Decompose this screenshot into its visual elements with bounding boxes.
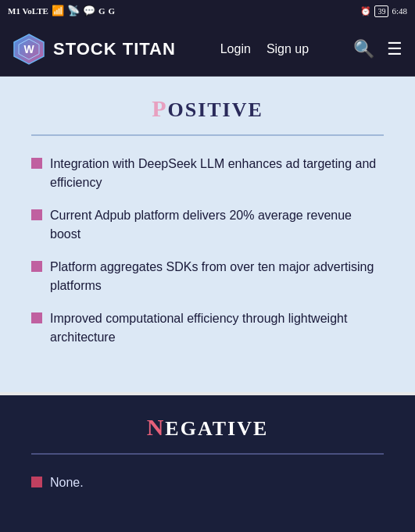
logo-icon: W bbox=[13, 33, 45, 66]
positive-title-first-letter: P bbox=[152, 95, 167, 121]
status-left: M1 VoLTE 📶 📡 💬 G G bbox=[8, 5, 115, 17]
carrier-text: M1 VoLTE bbox=[8, 6, 48, 16]
nav-links: Login Sign up bbox=[216, 39, 313, 59]
whatsapp-icon: 💬 bbox=[83, 5, 95, 17]
nav-icons: 🔍 ☰ bbox=[353, 39, 402, 59]
list-item: Integration with DeepSeek LLM enhances a… bbox=[31, 155, 384, 192]
negative-title-rest: EGATIVE bbox=[165, 417, 268, 440]
login-link[interactable]: Login bbox=[216, 39, 256, 59]
g-icon: G bbox=[98, 6, 106, 16]
svg-text:W: W bbox=[23, 43, 34, 55]
list-item-text: Integration with DeepSeek LLM enhances a… bbox=[50, 155, 384, 192]
positive-section: POSITIVE Integration with DeepSeek LLM e… bbox=[0, 77, 415, 395]
negative-bullet-list: None. bbox=[31, 473, 384, 492]
list-item-text: None. bbox=[50, 473, 84, 492]
status-bar: M1 VoLTE 📶 📡 💬 G G ⏰ 39 6:48 bbox=[0, 0, 415, 22]
alarm-icon: ⏰ bbox=[360, 6, 371, 16]
bullet-icon bbox=[31, 158, 42, 169]
logo-text: STOCK TITAN bbox=[53, 39, 176, 59]
negative-section: NEGATIVE None. bbox=[0, 395, 415, 532]
bullet-icon bbox=[31, 477, 42, 487]
g2-icon: G bbox=[108, 6, 115, 16]
navbar: W STOCK TITAN Login Sign up 🔍 ☰ bbox=[0, 22, 415, 77]
positive-bullet-list: Integration with DeepSeek LLM enhances a… bbox=[31, 155, 384, 347]
list-item-text: Current Adpub platform delivers 20% aver… bbox=[50, 206, 384, 244]
bullet-icon bbox=[31, 261, 42, 272]
negative-title: NEGATIVE bbox=[31, 414, 384, 441]
list-item-text: Improved computational efficiency throug… bbox=[50, 309, 384, 347]
positive-divider bbox=[31, 134, 384, 136]
negative-divider bbox=[31, 453, 384, 455]
list-item-text: Platform aggregates SDKs from over ten m… bbox=[50, 258, 384, 295]
status-right: ⏰ 39 6:48 bbox=[360, 5, 407, 17]
time-display: 6:48 bbox=[392, 6, 407, 16]
negative-title-first-letter: N bbox=[147, 414, 166, 440]
search-icon[interactable]: 🔍 bbox=[353, 39, 374, 59]
logo-area: W STOCK TITAN bbox=[13, 33, 176, 66]
list-item: None. bbox=[31, 473, 384, 492]
list-item: Platform aggregates SDKs from over ten m… bbox=[31, 258, 384, 295]
signup-link[interactable]: Sign up bbox=[262, 39, 313, 59]
bullet-icon bbox=[31, 209, 42, 220]
bullet-icon bbox=[31, 312, 42, 323]
positive-title-rest: OSITIVE bbox=[167, 98, 263, 121]
list-item: Improved computational efficiency throug… bbox=[31, 309, 384, 347]
main-content: POSITIVE Integration with DeepSeek LLM e… bbox=[0, 77, 415, 532]
battery-indicator: 39 bbox=[374, 5, 388, 17]
menu-icon[interactable]: ☰ bbox=[387, 39, 402, 59]
wifi-icon: 📡 bbox=[67, 5, 80, 17]
signal-icon: 📶 bbox=[52, 5, 64, 17]
positive-title: POSITIVE bbox=[31, 95, 384, 122]
list-item: Current Adpub platform delivers 20% aver… bbox=[31, 206, 384, 244]
